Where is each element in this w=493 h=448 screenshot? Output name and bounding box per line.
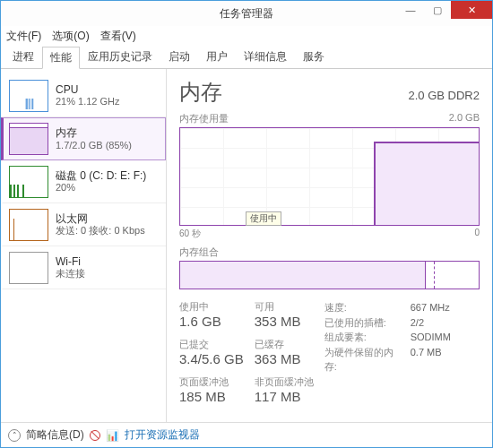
close-button[interactable]: ✕ [451, 1, 492, 19]
memory-properties: 速度:667 MHz 已使用的插槽:2/2 组成要素:SODIMM 为硬件保留的… [324, 300, 451, 404]
sidebar-item-sub: 未连接 [56, 268, 85, 280]
graph1-title: 内存使用量 [179, 112, 229, 125]
graph-fill-area [374, 142, 479, 225]
resource-monitor-icon: 📊 [106, 429, 119, 442]
menubar: 文件(F) 选项(O) 查看(V) [1, 26, 492, 46]
cpu-sparkline-icon [9, 80, 48, 112]
sidebar-item-sub: 21% 1.12 GHz [56, 96, 120, 108]
no-entry-icon [90, 430, 100, 441]
graph2-title: 内存组合 [179, 246, 480, 259]
menu-options[interactable]: 选项(O) [52, 29, 89, 44]
menu-file[interactable]: 文件(F) [6, 29, 41, 44]
wifi-sparkline-icon [9, 252, 48, 284]
tab-performance[interactable]: 性能 [42, 47, 80, 69]
main-panel: 内存 2.0 GB DDR2 内存使用量 2.0 GB 使用中 60 秒 0 内… [167, 69, 492, 422]
tab-details[interactable]: 详细信息 [236, 46, 295, 68]
sidebar-item-cpu[interactable]: CPU 21% 1.12 GHz [1, 74, 166, 117]
sidebar-item-sub: 发送: 0 接收: 0 Kbps [56, 225, 145, 237]
stat-paged-pool: 页面缓冲池 185 MB [179, 375, 244, 404]
tab-app-history[interactable]: 应用历史记录 [80, 46, 160, 68]
memory-composition-graph[interactable] [179, 261, 480, 289]
graph1-ymax: 2.0 GB [449, 112, 480, 125]
graph-tooltip: 使用中 [246, 211, 281, 226]
minimize-button[interactable]: — [397, 1, 424, 19]
sidebar-item-disk[interactable]: 磁盘 0 (C: D: E: F:) 20% [1, 160, 166, 203]
tab-processes[interactable]: 进程 [4, 46, 42, 68]
stat-committed: 已提交 3.4/5.6 GB [179, 338, 244, 366]
sidebar-item-wifi[interactable]: Wi-Fi 未连接 [1, 246, 166, 289]
sidebar-item-memory[interactable]: 内存 1.7/2.0 GB (85%) [1, 117, 166, 160]
tabstrip: 进程 性能 应用历史记录 启动 用户 详细信息 服务 [1, 46, 492, 69]
chevron-up-icon[interactable]: ˄ [8, 429, 21, 442]
open-resource-monitor-link[interactable]: 打开资源监视器 [125, 427, 200, 443]
stats-grid: 使用中 1.6 GB 已提交 3.4/5.6 GB 页面缓冲池 185 MB 可… [179, 300, 480, 404]
memory-usage-graph[interactable]: 使用中 [179, 127, 480, 226]
sidebar-item-ethernet[interactable]: 以太网 发送: 0 接收: 0 Kbps [1, 203, 166, 246]
content-area: CPU 21% 1.12 GHz 内存 1.7/2.0 GB (85%) 磁盘 … [1, 69, 492, 422]
memory-total-label: 2.0 GB DDR2 [409, 89, 480, 102]
page-title: 内存 [179, 78, 222, 107]
sidebar-item-label: 以太网 [56, 212, 145, 225]
sidebar-item-label: 内存 [56, 126, 132, 139]
task-manager-window: 任务管理器 — ▢ ✕ 文件(F) 选项(O) 查看(V) 进程 性能 应用历史… [0, 0, 493, 448]
fewer-details-link[interactable]: 简略信息(D) [26, 427, 84, 443]
perf-sidebar: CPU 21% 1.12 GHz 内存 1.7/2.0 GB (85%) 磁盘 … [1, 69, 167, 422]
tab-startup[interactable]: 启动 [160, 46, 198, 68]
footer-bar: ˄ 简略信息(D) 📊 打开资源监视器 [1, 422, 492, 447]
stat-available: 可用 353 MB [255, 300, 314, 329]
ethernet-sparkline-icon [9, 209, 48, 241]
sidebar-item-sub: 1.7/2.0 GB (85%) [56, 140, 132, 151]
memory-sparkline-icon [9, 123, 48, 155]
sidebar-item-label: Wi-Fi [56, 255, 85, 268]
sidebar-item-sub: 20% [56, 182, 146, 194]
disk-sparkline-icon [9, 166, 48, 198]
window-controls: — ▢ ✕ [397, 1, 492, 19]
main-header: 内存 2.0 GB DDR2 [179, 78, 480, 107]
tab-users[interactable]: 用户 [198, 46, 236, 68]
stat-in-use: 使用中 1.6 GB [179, 300, 244, 329]
sidebar-item-label: 磁盘 0 (C: D: E: F:) [56, 169, 146, 182]
menu-view[interactable]: 查看(V) [100, 29, 136, 44]
xaxis-left: 60 秒 [179, 228, 201, 240]
sidebar-item-label: CPU [56, 83, 120, 96]
graph1-labels: 内存使用量 2.0 GB [179, 112, 480, 125]
stat-nonpaged-pool: 非页面缓冲池 117 MB [255, 375, 314, 404]
titlebar[interactable]: 任务管理器 — ▢ ✕ [1, 1, 492, 26]
maximize-button[interactable]: ▢ [424, 1, 451, 19]
graph1-xaxis: 60 秒 0 [179, 228, 480, 240]
tab-services[interactable]: 服务 [295, 46, 333, 68]
xaxis-right: 0 [474, 228, 480, 240]
stat-cached: 已缓存 363 MB [255, 338, 314, 366]
